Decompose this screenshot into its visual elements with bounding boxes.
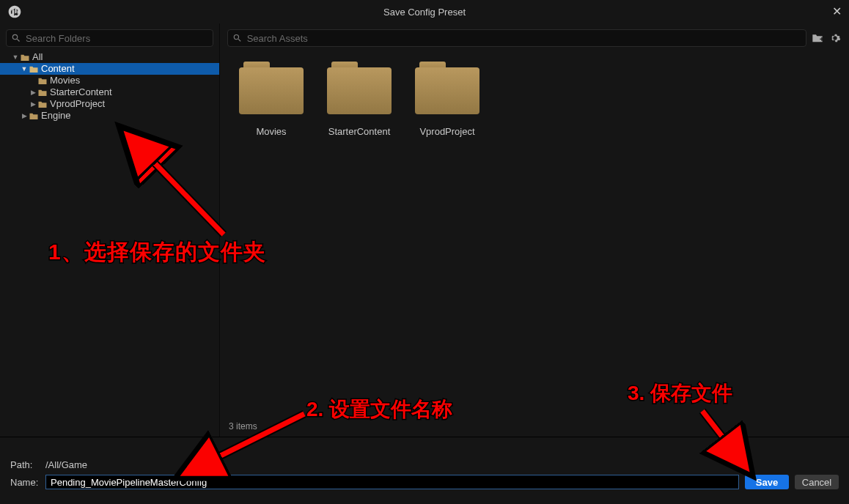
path-value: /All/Game (45, 459, 87, 470)
path-label: Path: (10, 459, 45, 470)
titlebar: Save Config Preset ✕ (0, 0, 849, 23)
folder-icon (37, 89, 48, 97)
search-assets[interactable] (227, 29, 806, 47)
unreal-logo-icon (6, 3, 23, 21)
tree-item-vprodproject[interactable]: ▶ VprodProject (0, 98, 219, 110)
tree-label: Movies (50, 75, 80, 86)
folder-tree-panel: ▼ All ▼ Content Movies ▶ StarterContent … (0, 23, 220, 437)
folder-open-icon (29, 65, 39, 73)
annotation-3: 3. 保存文件 (628, 379, 732, 407)
tree-item-startercontent[interactable]: ▶ StarterContent (0, 86, 219, 98)
chevron-down-icon: ▼ (12, 53, 19, 61)
save-button[interactable]: Save (745, 475, 789, 489)
asset-folder-movies[interactable]: Movies (227, 62, 315, 137)
chevron-right-icon: ▶ (29, 89, 37, 96)
folder-icon (239, 62, 304, 114)
tree-item-movies[interactable]: Movies (0, 75, 219, 86)
bottom-panel: Path: /All/Game Name: Save Cancel (0, 437, 849, 504)
item-count: 3 items (229, 421, 257, 431)
gear-icon[interactable] (828, 32, 842, 45)
tree-item-all[interactable]: ▼ All (0, 51, 219, 63)
search-assets-input[interactable] (247, 33, 801, 44)
search-folders[interactable] (6, 29, 213, 47)
asset-label: Movies (256, 126, 286, 137)
folder-icon (37, 100, 48, 108)
tree-item-engine[interactable]: ▶ Engine (0, 110, 219, 122)
close-button[interactable]: ✕ (832, 4, 842, 18)
folder-with-plus-icon[interactable] (811, 32, 824, 45)
search-folders-input[interactable] (26, 33, 208, 44)
annotation-2: 2. 设置文件名称 (306, 396, 452, 423)
tree-label: Content (41, 63, 75, 75)
folder-icon (20, 53, 30, 62)
folder-icon (37, 77, 48, 85)
main-area: ▼ All ▼ Content Movies ▶ StarterContent … (0, 23, 849, 437)
asset-folder-vprodproject[interactable]: VprodProject (403, 62, 491, 137)
folder-icon (415, 62, 479, 114)
tree-item-content[interactable]: ▼ Content (0, 63, 219, 75)
search-icon (232, 33, 243, 43)
name-input[interactable] (45, 475, 739, 489)
cancel-button[interactable]: Cancel (795, 475, 839, 489)
chevron-right-icon: ▶ (21, 112, 28, 119)
assets-grid: Movies StarterContent VprodProject (227, 54, 842, 419)
search-icon (11, 33, 21, 43)
annotation-1: 1、选择保存的文件夹 (48, 237, 266, 267)
chevron-right-icon: ▶ (29, 100, 37, 108)
folder-icon (327, 62, 392, 114)
tree-label: StarterContent (50, 86, 112, 98)
tree-label: VprodProject (50, 98, 105, 110)
tree-label: All (32, 51, 43, 63)
path-row: Path: /All/Game (10, 456, 839, 472)
chevron-down-icon: ▼ (21, 65, 28, 73)
asset-toolbar (227, 29, 842, 47)
folder-icon (29, 112, 39, 120)
asset-label: StarterContent (328, 126, 391, 137)
window-title: Save Config Preset (0, 7, 849, 18)
asset-browser-panel: Movies StarterContent VprodProject 3 ite… (220, 23, 849, 437)
svg-rect-1 (821, 37, 822, 41)
asset-folder-startercontent[interactable]: StarterContent (315, 62, 403, 137)
name-label: Name: (10, 477, 45, 488)
tree-label: Engine (41, 110, 70, 122)
name-row: Name: Save Cancel (10, 474, 839, 490)
asset-label: VprodProject (419, 126, 474, 137)
